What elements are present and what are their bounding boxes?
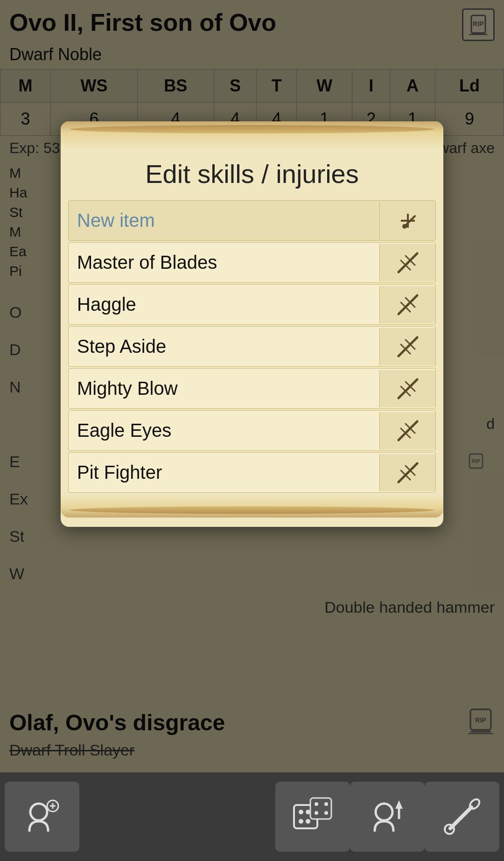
scroll-bottom-decoration — [61, 494, 443, 518]
svg-point-39 — [299, 819, 303, 824]
skill-master-of-blades-label: Master of Blades — [69, 243, 379, 282]
skill-mighty-blow-row[interactable]: Mighty Blow — [68, 368, 436, 409]
skill-pit-fighter-edit-button[interactable] — [379, 454, 435, 491]
skill-eagle-eyes-label: Eagle Eyes — [69, 411, 379, 450]
svg-point-13 — [402, 224, 407, 229]
skill-master-of-blades-row[interactable]: Master of Blades — [68, 242, 436, 283]
svg-line-26 — [399, 421, 417, 440]
skill-mighty-blow-label: Mighty Blow — [69, 369, 379, 408]
dialog-title: Edit skills / injuries — [61, 149, 443, 200]
skill-step-aside-row[interactable]: Step Aside — [68, 326, 436, 367]
svg-point-44 — [315, 811, 318, 815]
toolbar-level-up-button[interactable] — [350, 782, 425, 852]
new-item-row[interactable]: New item — [68, 200, 436, 241]
toolbar-dice-button[interactable] — [275, 782, 350, 852]
toolbar-tools-button[interactable] — [425, 782, 499, 852]
toolbar-add-character-button[interactable] — [5, 782, 79, 852]
svg-line-17 — [399, 295, 417, 314]
svg-point-42 — [315, 802, 318, 806]
scroll-top-decoration — [61, 121, 443, 149]
svg-point-46 — [376, 804, 392, 820]
svg-line-29 — [399, 463, 417, 482]
svg-line-14 — [399, 253, 417, 272]
svg-line-20 — [399, 337, 417, 356]
svg-line-23 — [399, 379, 417, 398]
svg-rect-41 — [310, 798, 331, 819]
edit-skills-dialog: Edit skills / injuries New item Master o… — [61, 121, 443, 527]
new-item-label[interactable]: New item — [69, 201, 379, 240]
skill-pit-fighter-label: Pit Fighter — [69, 453, 379, 492]
skill-eagle-eyes-row[interactable]: Eagle Eyes — [68, 410, 436, 451]
svg-line-49 — [450, 807, 471, 828]
skill-master-of-blades-edit-button[interactable] — [379, 244, 435, 281]
svg-marker-47 — [395, 800, 403, 809]
svg-point-32 — [30, 804, 47, 820]
skill-mighty-blow-edit-button[interactable] — [379, 370, 435, 407]
svg-point-45 — [324, 802, 328, 806]
skill-eagle-eyes-edit-button[interactable] — [379, 412, 435, 449]
skill-haggle-row[interactable]: Haggle — [68, 284, 436, 325]
skill-haggle-label: Haggle — [69, 285, 379, 324]
new-item-add-button[interactable] — [379, 202, 435, 239]
svg-point-40 — [306, 819, 310, 824]
skill-step-aside-label: Step Aside — [69, 327, 379, 366]
skills-list: New item Master of Blades — [61, 200, 443, 493]
svg-point-51 — [468, 798, 481, 811]
skill-step-aside-edit-button[interactable] — [379, 328, 435, 365]
modal-overlay[interactable]: Edit skills / injuries New item Master o… — [0, 0, 504, 861]
skill-pit-fighter-row[interactable]: Pit Fighter — [68, 452, 436, 493]
svg-point-37 — [299, 810, 303, 814]
svg-point-43 — [324, 811, 328, 815]
skill-haggle-edit-button[interactable] — [379, 286, 435, 323]
bottom-toolbar — [0, 772, 504, 861]
